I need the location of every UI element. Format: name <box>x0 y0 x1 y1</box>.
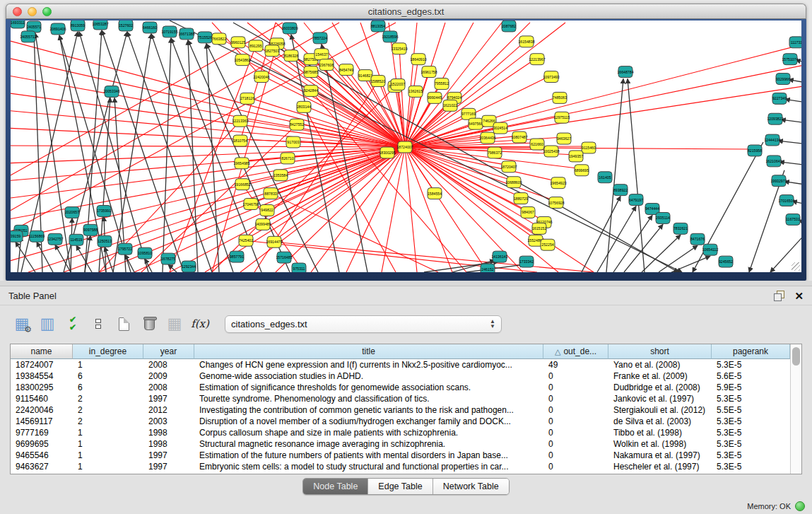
graph-node[interactable]: 15751074 <box>782 54 798 65</box>
table-cell[interactable]: 6 <box>73 382 143 393</box>
graph-node[interactable]: 11156869 <box>29 230 45 242</box>
graph-node[interactable]: 16154838 <box>518 36 534 47</box>
table-cell[interactable]: 1 <box>73 427 143 438</box>
graph-node[interactable]: 16961758 <box>420 66 437 78</box>
table-cell[interactable]: 1 <box>73 359 143 370</box>
graph-node[interactable]: 6479197 <box>629 194 643 206</box>
graph-node[interactable]: 14099489 <box>254 218 271 230</box>
table-cell[interactable]: 5.3E-5 <box>712 427 790 438</box>
graph-node[interactable]: 8913059 <box>71 21 85 31</box>
table-cell[interactable]: Yano et al. (2008) <box>608 359 712 370</box>
graph-node[interactable]: 8454749 <box>339 64 353 76</box>
graph-node[interactable]: 2718126 <box>240 93 254 104</box>
graph-node[interactable]: 8471676 <box>690 233 705 245</box>
graph-node[interactable]: 8427552 <box>290 119 304 130</box>
table-cell[interactable]: 18724007 <box>11 359 73 370</box>
graph-node[interactable]: 19166852 <box>234 179 250 190</box>
table-cell[interactable]: 2009 <box>143 370 194 382</box>
graph-node[interactable]: 20691406 <box>49 23 66 35</box>
minimize-button[interactable] <box>28 7 37 16</box>
graph-node[interactable]: 9097588 <box>83 224 98 235</box>
graph-node[interactable]: 17046798 <box>242 199 259 210</box>
table-row[interactable]: 977716911998Corpus callosum shape and si… <box>11 427 790 438</box>
table-row[interactable]: 1456911722003Disruption of a novel membe… <box>11 416 790 427</box>
graph-node[interactable]: 7832621 <box>673 223 688 234</box>
table-cell[interactable]: Disruption of a novel member of a sodium… <box>194 416 543 427</box>
table-cell[interactable]: 6 <box>73 370 143 382</box>
table-cell[interactable]: 2 <box>73 404 143 416</box>
graph-node[interactable]: 6899695 <box>575 165 589 176</box>
graph-node[interactable]: 19932971 <box>770 175 787 187</box>
graph-node[interactable]: 22420046 <box>253 71 269 83</box>
graph-node[interactable]: 10807487 <box>511 132 527 143</box>
graph-node[interactable]: 16210643 <box>765 156 782 167</box>
memory-indicator[interactable] <box>795 501 805 511</box>
graph-node[interactable]: 2020657 <box>65 207 79 218</box>
graph-node[interactable]: 12213967 <box>529 54 545 65</box>
graph-node[interactable]: 19654923 <box>550 177 566 189</box>
table-cell[interactable]: Structural magnetic resonance image aver… <box>194 438 543 450</box>
graph-node[interactable]: 246152 <box>481 264 495 272</box>
table-vertical-scrollbar[interactable] <box>790 344 801 474</box>
graph-node[interactable]: 12444134 <box>764 134 780 146</box>
graph-node[interactable]: 17016504 <box>778 195 794 206</box>
graph-node[interactable]: 12093822 <box>767 113 783 124</box>
table-row[interactable]: 946362711997Embryonic stem cells: a mode… <box>11 461 790 472</box>
graph-node[interactable]: 1250513 <box>98 235 112 247</box>
table-cell[interactable]: 19384554 <box>11 370 73 382</box>
graph-node[interactable]: 949822 <box>260 205 274 216</box>
table-cell[interactable]: 5.5E-5 <box>712 404 790 416</box>
graph-node[interactable]: 826710 <box>281 153 295 164</box>
graph-node[interactable]: 10719155 <box>161 26 177 37</box>
graph-node[interactable]: 621660 <box>530 139 544 150</box>
graph-node[interactable]: 1733342 <box>519 256 534 267</box>
graph-node[interactable]: 114519 <box>69 234 83 245</box>
function-builder-button[interactable]: f(x) <box>189 313 211 334</box>
graph-node[interactable]: 984067 <box>521 207 535 218</box>
table-cell[interactable]: 2 <box>73 393 143 404</box>
graph-node[interactable]: 1880729 <box>514 193 528 204</box>
float-window-icon[interactable] <box>774 291 784 301</box>
table-cell[interactable]: 1 <box>73 450 143 461</box>
table-cell[interactable]: 0 <box>543 416 608 427</box>
close-icon[interactable]: ✕ <box>794 291 804 301</box>
graph-node[interactable]: 2935114 <box>656 212 670 223</box>
table-row[interactable]: 1872400712008Changes of HCN gene express… <box>11 359 790 370</box>
graph-node[interactable]: 1693311 <box>11 21 25 28</box>
graph-node[interactable]: 16671388 <box>178 28 194 40</box>
graph-node[interactable]: 20053346 <box>103 86 119 97</box>
table-cell[interactable]: 2003 <box>143 416 194 427</box>
graph-node[interactable]: 9463627 <box>557 133 571 144</box>
graph-node[interactable]: 16033809 <box>281 23 298 34</box>
graph-node[interactable]: 12342757 <box>47 233 63 245</box>
table-cell[interactable]: 1998 <box>143 427 194 438</box>
table-cell[interactable]: Investigating the contribution of common… <box>194 404 543 416</box>
graph-node[interactable]: 161405 <box>598 172 612 183</box>
table-cell[interactable]: 5.3E-5 <box>712 416 790 427</box>
column-header-pagerank[interactable]: pagerank <box>712 344 790 359</box>
table-cell[interactable]: 0 <box>543 404 608 416</box>
graph-node[interactable]: 3024514 <box>493 122 507 134</box>
graph-node[interactable]: 891295 <box>249 40 263 52</box>
graph-node[interactable]: 1615152 <box>532 223 546 234</box>
graph-node[interactable]: 1095810 <box>138 247 152 259</box>
graph-node[interactable]: 9242844 <box>304 85 318 96</box>
graph-node[interactable]: 917003 <box>286 136 300 148</box>
table-cell[interactable]: 22420046 <box>11 404 73 416</box>
table-cell[interactable]: 2008 <box>143 382 194 393</box>
graph-node[interactable]: 1527602 <box>119 21 133 31</box>
new-table-button[interactable] <box>113 313 134 334</box>
table-cell[interactable]: Dudbridge et al. (2008) <box>608 382 712 393</box>
tab-edge-table[interactable]: Edge Table <box>368 479 433 494</box>
table-row[interactable]: 911546021997Tourette syndrome. Phenomeno… <box>11 393 790 404</box>
graph-node[interactable]: 111731 <box>789 37 801 48</box>
table-cell[interactable]: Franke et al. (2009) <box>608 370 712 382</box>
table-cell[interactable]: Jankovic et al. (1997) <box>608 393 712 404</box>
graph-node[interactable]: 9960125 <box>231 37 245 48</box>
table-cell[interactable]: 1 <box>73 438 143 450</box>
graph-node[interactable]: 16914479 <box>266 236 282 247</box>
graph-node[interactable]: 7986372 <box>488 147 502 158</box>
graph-node[interactable]: 19218596 <box>382 31 398 42</box>
graph-node[interactable]: 7425402 <box>239 235 253 246</box>
split-pane-divider[interactable] <box>0 281 812 286</box>
